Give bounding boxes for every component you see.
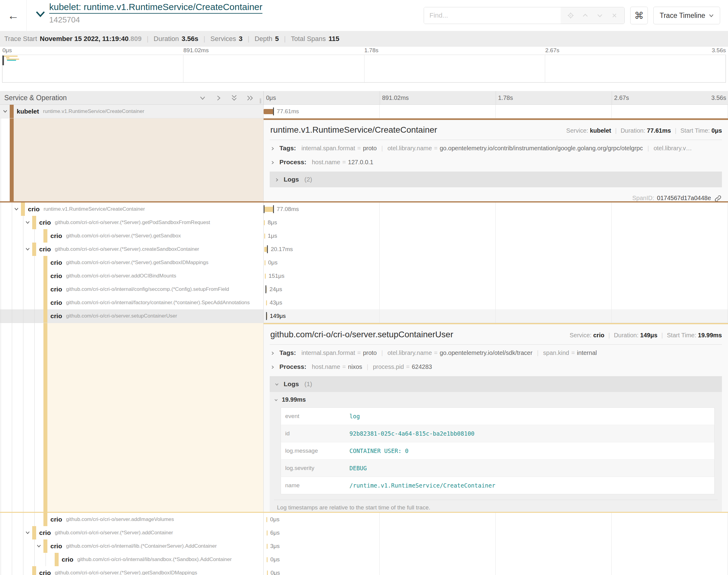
span-timeline-cell[interactable]: 77.08ms (264, 202, 728, 216)
logs-section: Logs(1)19.99mseventlogid92b82381-025c-4a… (270, 376, 722, 512)
logs-accordion[interactable]: Logs(1) (270, 376, 722, 392)
span-duration-bar[interactable] (264, 207, 274, 212)
span-name-cell[interactable]: criogithub.com/cri-o/cri-o/internal/fact… (0, 296, 264, 309)
span-name-cell[interactable]: criogithub.com/cri-o/cri-o/server.(*Serv… (0, 566, 264, 575)
minimap-drag-handle[interactable] (2, 56, 4, 65)
logs-accordion[interactable]: Logs(2) (270, 172, 722, 187)
span-timeline-cell[interactable]: 149μs (264, 309, 728, 323)
span-name-cell[interactable]: kubeletruntime.v1.RuntimeService/CreateC… (0, 105, 264, 118)
span-row[interactable]: criogithub.com/cri-o/cri-o/internal/fact… (0, 296, 728, 309)
span-row[interactable]: criogithub.com/cri-o/cri-o/server.(*Serv… (0, 566, 728, 575)
span-timeline-cell[interactable]: 151μs (264, 269, 728, 283)
service-color-chip (43, 283, 47, 296)
span-timeline-cell[interactable]: 43μs (264, 296, 728, 309)
span-name-cell[interactable]: criogithub.com/cri-o/cri-o/server.(*Serv… (0, 526, 264, 539)
find-input[interactable] (424, 7, 561, 24)
span-duration-bar[interactable] (266, 300, 267, 305)
span-timeline-cell[interactable]: 0μs (264, 256, 728, 269)
span-name-cell[interactable]: criogithub.com/cri-o/cri-o/server.(*Serv… (0, 243, 264, 256)
column-resize-grip[interactable]: ∥ (259, 97, 262, 104)
service-name: crio (51, 232, 62, 240)
span-row[interactable]: criogithub.com/cri-o/cri-o/server.setupC… (0, 309, 728, 323)
log-marker (273, 107, 274, 115)
span-row[interactable]: criogithub.com/cri-o/cri-o/server.(*Serv… (0, 229, 728, 243)
span-name-cell[interactable]: criogithub.com/cri-o/cri-o/server.(*Serv… (0, 229, 264, 243)
span-row[interactable]: criogithub.com/cri-o/cri-o/internal/conf… (0, 283, 728, 296)
trace-view-selector[interactable]: Trace Timeline (653, 7, 720, 24)
span-collapse-chevron-icon[interactable] (25, 246, 30, 252)
span-collapse-chevron-icon[interactable] (25, 530, 30, 536)
span-duration-bar[interactable] (264, 109, 274, 114)
expand-one-icon[interactable] (215, 94, 222, 102)
span-duration-bar[interactable] (264, 247, 267, 252)
span-timeline-cell[interactable]: 3μs (264, 539, 728, 553)
span-row[interactable]: criogithub.com/cri-o/cri-o/internal/lib/… (0, 553, 728, 566)
span-timeline-cell[interactable]: 0μs (264, 513, 728, 526)
span-row[interactable]: criogithub.com/cri-o/cri-o/server.addIma… (0, 513, 728, 526)
span-row[interactable]: criogithub.com/cri-o/cri-o/internal/lib.… (0, 539, 728, 553)
find-nav-icons (561, 7, 624, 24)
span-row[interactable]: criogithub.com/cri-o/cri-o/server.(*Serv… (0, 256, 728, 269)
span-name-cell[interactable]: criogithub.com/cri-o/cri-o/server.setupC… (0, 309, 264, 323)
span-name-cell[interactable]: criogithub.com/cri-o/cri-o/server.(*Serv… (0, 256, 264, 269)
span-name-cell[interactable]: criogithub.com/cri-o/cri-o/internal/conf… (0, 283, 264, 296)
tags-accordion[interactable]: Tags:internal.span.format=proto|otel.lib… (268, 345, 724, 359)
span-timeline-cell[interactable]: 8μs (264, 216, 728, 229)
collapse-all-icon[interactable] (231, 94, 238, 102)
span-row[interactable]: criogithub.com/cri-o/cri-o/server.(*Serv… (0, 216, 728, 229)
span-duration-bar[interactable] (265, 274, 266, 279)
span-name-cell[interactable]: crioruntime.v1.RuntimeService/CreateCont… (0, 202, 264, 216)
span-row[interactable]: criogithub.com/cri-o/cri-o/server.addOCI… (0, 269, 728, 283)
span-timeline-cell[interactable]: 24μs (264, 283, 728, 296)
find-prev-icon[interactable] (579, 12, 592, 19)
collapse-one-icon[interactable] (199, 94, 206, 102)
span-row[interactable]: crioruntime.v1.RuntimeService/CreateCont… (0, 202, 728, 216)
span-name-cell[interactable]: criogithub.com/cri-o/cri-o/server.addIma… (0, 513, 264, 526)
span-duration-bar[interactable] (264, 233, 265, 239)
operation-name: github.com/cri-o/cri-o/server.(*Server).… (66, 260, 209, 266)
find-clear-icon[interactable] (608, 12, 621, 19)
span-duration-bar[interactable] (267, 570, 268, 575)
collapse-trace-chevron-icon[interactable] (35, 10, 45, 18)
detail-tint-fill (14, 119, 263, 201)
keyboard-shortcuts-button[interactable]: ⌘ (630, 7, 648, 24)
expand-all-icon[interactable] (246, 94, 254, 102)
log-entry-accordion[interactable]: 19.99ms (274, 396, 718, 403)
span-timeline-cell[interactable]: 0μs (264, 553, 728, 566)
span-row[interactable]: kubeletruntime.v1.RuntimeService/CreateC… (0, 105, 728, 118)
trace-title-link[interactable]: kubelet: runtime.v1.RuntimeService/Creat… (49, 2, 262, 14)
span-row[interactable]: criogithub.com/cri-o/cri-o/server.(*Serv… (0, 243, 728, 256)
span-timeline-cell[interactable]: 1μs (264, 229, 728, 243)
back-button[interactable]: ← (0, 0, 27, 31)
span-name-cell[interactable]: criogithub.com/cri-o/cri-o/internal/lib/… (0, 553, 264, 566)
span-collapse-chevron-icon[interactable] (2, 108, 8, 114)
process-accordion[interactable]: Process:host.name=nixos|process.pid=6242… (268, 359, 724, 373)
locate-icon[interactable] (564, 12, 577, 19)
indent-guide (1, 269, 1, 283)
span-collapse-chevron-icon[interactable] (36, 543, 42, 549)
span-duration-bar[interactable] (264, 220, 265, 225)
span-timeline-cell[interactable]: 0μs (264, 566, 728, 575)
span-name-cell[interactable]: criogithub.com/cri-o/cri-o/internal/lib.… (0, 539, 264, 553)
span-timeline-cell[interactable]: 77.61ms (264, 105, 728, 118)
find-next-icon[interactable] (593, 12, 606, 19)
span-duration-bar[interactable] (266, 517, 267, 522)
span-collapse-chevron-icon[interactable] (14, 206, 19, 212)
span-timeline-cell[interactable]: 6μs (264, 526, 728, 539)
span-name-cell[interactable]: criogithub.com/cri-o/cri-o/server.addOCI… (0, 269, 264, 283)
process-accordion[interactable]: Process:host.name=127.0.0.1 (268, 155, 724, 168)
span-timeline-cell[interactable]: 20.17ms (264, 243, 728, 256)
chevron-down-icon (274, 396, 278, 403)
trace-minimap[interactable] (2, 55, 726, 82)
service-color-chip (43, 309, 47, 323)
link-icon[interactable] (715, 195, 721, 201)
span-row[interactable]: criogithub.com/cri-o/cri-o/server.(*Serv… (0, 526, 728, 539)
tags-accordion[interactable]: Tags:internal.span.format=proto|otel.lib… (268, 141, 724, 155)
span-duration-bar[interactable] (267, 530, 268, 536)
span-collapse-chevron-icon[interactable] (25, 219, 30, 225)
span-duration-bar[interactable] (267, 544, 268, 549)
span-duration-bar[interactable] (265, 260, 265, 265)
span-duration-bar[interactable] (267, 557, 268, 562)
service-color-chip (10, 105, 14, 118)
span-name-cell[interactable]: criogithub.com/cri-o/cri-o/server.(*Serv… (0, 216, 264, 229)
